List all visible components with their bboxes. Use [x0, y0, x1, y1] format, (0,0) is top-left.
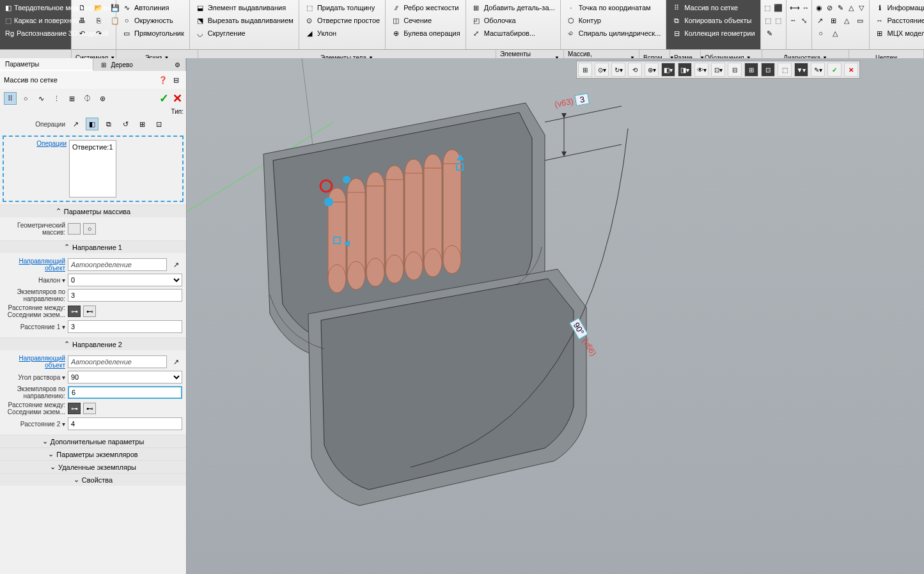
dim-3-value[interactable]: 3 — [575, 93, 590, 105]
an5-button[interactable]: ▽ — [857, 1, 866, 14]
vt13-button[interactable]: ⬚ — [778, 63, 792, 77]
an2-button[interactable]: ⊘ — [825, 1, 834, 14]
angle-select[interactable]: 90 — [68, 371, 182, 384]
guide2-label[interactable]: Направляющий объект — [4, 355, 65, 369]
aux5-button[interactable]: ✎ — [763, 27, 776, 40]
recognition-button[interactable]: RgРаспознавание 3D-моделей — [3, 27, 68, 40]
t3-button[interactable]: ⧉ — [102, 118, 115, 130]
t6-button[interactable]: ⊡ — [152, 118, 165, 130]
operations-link[interactable]: Операции — [5, 140, 67, 147]
dim1-button[interactable]: ⟷ — [789, 1, 801, 14]
aux4-button[interactable]: ⬚ — [774, 14, 783, 27]
an1-button[interactable]: ◉ — [815, 1, 824, 14]
accept-button[interactable]: ✓ — [159, 91, 169, 105]
pick1-button[interactable]: ↗ — [169, 258, 182, 271]
pick2-button[interactable]: ↗ — [169, 355, 182, 368]
tree-tab[interactable]: ⊞Дерево⚙ — [93, 58, 187, 71]
extra-params-header[interactable]: ⌄Дополнительные параметры — [0, 435, 186, 447]
boolean-button[interactable]: ⊕Булева операция — [388, 27, 463, 40]
grid-mode-button[interactable]: ⠿ — [4, 92, 17, 105]
spacing2b-button[interactable]: ⊷ — [83, 403, 96, 414]
copy-objects-button[interactable]: ⧉Копировать объекты — [669, 14, 757, 27]
mirror-mode-button[interactable]: ⏀ — [81, 92, 93, 105]
dist2-input[interactable] — [68, 417, 182, 430]
contour-button[interactable]: ⬡Контур — [563, 14, 664, 27]
vt5-button[interactable]: ⊛▾ — [645, 63, 659, 77]
add-detail-button[interactable]: ⊞Добавить деталь-за... — [469, 1, 558, 14]
copy-button[interactable]: ⎘ — [91, 14, 106, 27]
vt15-button[interactable]: ✎▾ — [811, 63, 825, 77]
vt1-button[interactable]: ⊞ — [578, 63, 592, 77]
t5-button[interactable]: ⊞ — [136, 118, 148, 130]
redo-button[interactable]: ↷ — [91, 27, 106, 40]
mcx-button[interactable]: ⊞МЦХ модели — [872, 27, 924, 40]
spacing1a-button[interactable]: ⊶ — [68, 306, 81, 317]
guide1-label[interactable]: Направляющий объект — [4, 258, 65, 272]
points-mode-button[interactable]: ⋮ — [50, 92, 63, 105]
t1-button[interactable]: ↗ — [69, 118, 82, 130]
vt9-button[interactable]: ⊡▾ — [711, 63, 725, 77]
array-grid-button[interactable]: ⠿Массив по сетке — [669, 1, 757, 14]
an9-button[interactable]: ▭ — [854, 14, 866, 27]
scale-button[interactable]: ⤢Масштабиров... — [469, 27, 558, 40]
an11-button[interactable]: △ — [829, 27, 842, 40]
dim4-button[interactable]: ⤡ — [799, 14, 809, 27]
parameters-tab[interactable]: Параметры — [0, 58, 93, 71]
spacing1b-button[interactable]: ⊷ — [83, 306, 96, 317]
hole-button[interactable]: ⊙Отверстие простое — [302, 14, 382, 27]
distance-button[interactable]: ↔Расстояние и угол — [872, 14, 924, 27]
dim3-button[interactable]: ╌ — [789, 14, 799, 27]
an6-button[interactable]: ↗ — [815, 14, 827, 27]
rectangle-button[interactable]: ▭Прямоугольник — [119, 27, 187, 40]
removed-header[interactable]: ⌄Удаленные экземпляры — [0, 460, 186, 473]
dist1-input[interactable] — [68, 320, 182, 333]
cancel-button[interactable]: ✕ — [173, 91, 182, 105]
instance-params-header[interactable]: ⌄Параметры экземпляров — [0, 447, 186, 460]
tilt-select[interactable]: 0 — [68, 274, 182, 286]
vt4-button[interactable]: ⟲ — [628, 63, 642, 77]
aux1-button[interactable]: ⬚ — [763, 1, 772, 14]
gear-icon[interactable]: ⚙ — [175, 61, 180, 68]
vt11-button[interactable]: ⊞ — [744, 63, 758, 77]
props-header[interactable]: ⌄Свойства — [0, 473, 186, 486]
inst2-input[interactable] — [68, 386, 182, 399]
guide2-input[interactable] — [68, 355, 167, 368]
help-button[interactable]: ❓ — [157, 74, 169, 86]
vt6-button[interactable]: ◧▾ — [661, 63, 675, 77]
solid-modeling-button[interactable]: ◧Твердотельное моделирование — [3, 1, 68, 14]
inst1-input[interactable] — [68, 289, 182, 302]
an7-button[interactable]: ⊞ — [827, 14, 840, 27]
viewport[interactable]: ⊞ ⊙▾ ↻▾ ⟲ ⊛▾ ◧▾ ◨▾ 👁▾ ⊡▾ ⊟ ⊞ ⊡ ⬚ ▼▾ ✎▾ ✓… — [187, 58, 924, 574]
vt2-button[interactable]: ⊙▾ — [595, 63, 609, 77]
info-button[interactable]: ℹИнформация об объекте — [872, 1, 924, 14]
guide1-input[interactable] — [68, 258, 167, 271]
vt10-button[interactable]: ⊟ — [728, 63, 742, 77]
dir2-header[interactable]: ⌃Направление 2 — [0, 337, 186, 350]
point-button[interactable]: ·Точка по координатам — [563, 1, 664, 14]
aux2-button[interactable]: ⬛ — [773, 1, 783, 14]
dir1-header[interactable]: ⌃Направление 1 — [0, 240, 186, 253]
t2-button[interactable]: ◧ — [86, 118, 98, 130]
shell-button[interactable]: ◰Оболочка — [469, 14, 558, 27]
curve-mode-button[interactable]: ∿ — [35, 92, 47, 105]
vt12-button[interactable]: ⊡ — [761, 63, 775, 77]
section-button[interactable]: ◫Сечение — [388, 14, 463, 27]
autoline-button[interactable]: ∿Автолиния — [119, 1, 187, 14]
table-mode-button[interactable]: ⊞ — [65, 92, 78, 105]
open-button[interactable]: 📂 — [91, 1, 106, 14]
rib-button[interactable]: ⫽Ребро жесткости — [388, 1, 463, 14]
vt8-button[interactable]: 👁▾ — [694, 63, 709, 77]
operations-list[interactable]: Отверстие:1 — [69, 140, 116, 198]
vt16-button[interactable]: ✓ — [827, 63, 842, 77]
an3-button[interactable]: ✎ — [836, 1, 845, 14]
undo-button[interactable]: ↶ — [74, 27, 90, 40]
vt14-button[interactable]: ▼▾ — [794, 63, 808, 77]
extrude-button[interactable]: ⬓Элемент выдавливания — [192, 1, 296, 14]
an4-button[interactable]: △ — [846, 1, 856, 14]
geom-toggle-on[interactable]: ○ — [83, 223, 96, 235]
extra-mode-button[interactable]: ⊛ — [96, 92, 109, 105]
circ-mode-button[interactable]: ○ — [19, 92, 32, 105]
spacing2a-button[interactable]: ⊶ — [68, 403, 81, 414]
dim2-button[interactable]: ↔ — [802, 1, 810, 14]
cut-extrude-button[interactable]: ⬔Вырезать выдавливанием — [192, 14, 296, 27]
